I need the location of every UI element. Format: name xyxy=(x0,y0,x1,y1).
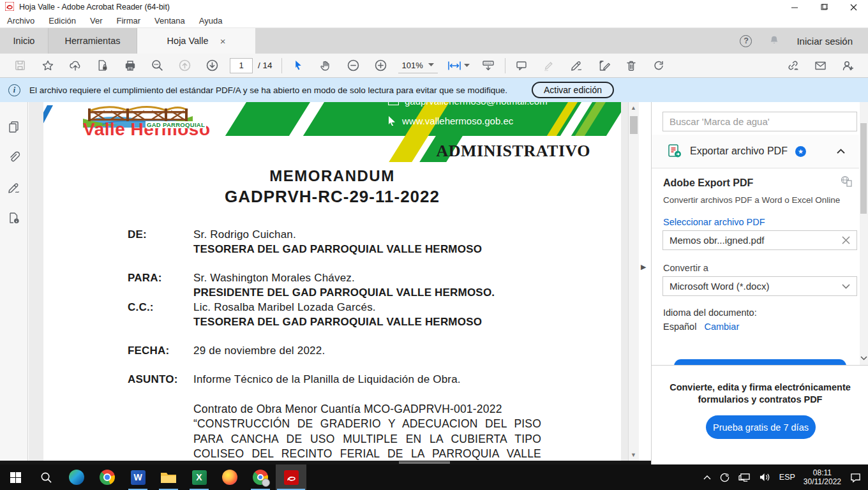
selected-file-field[interactable]: Memos obr...igned.pdf xyxy=(662,230,857,250)
memo-number: GADPRVH-RC-29-11-2022 xyxy=(43,187,621,207)
document-info-icon[interactable] xyxy=(7,211,21,228)
search-icon[interactable] xyxy=(144,59,171,72)
print-icon[interactable] xyxy=(116,59,144,72)
add-person-icon[interactable] xyxy=(834,59,862,72)
clock-time: 08:11 xyxy=(804,468,841,477)
tab-close-icon[interactable]: × xyxy=(220,36,226,47)
expand-right-panel-icon[interactable]: ▶ xyxy=(641,263,646,271)
banner-green-connector xyxy=(225,102,310,136)
tab-hoja-valle[interactable]: Hoja Valle × xyxy=(137,28,255,54)
menu-firmar[interactable]: Firmar xyxy=(110,16,148,26)
page-lock-icon[interactable] xyxy=(89,59,116,71)
taskbar-firefox-icon[interactable] xyxy=(214,464,245,490)
sidebar-scroll-down-icon[interactable] xyxy=(860,356,867,360)
comment-icon[interactable] xyxy=(508,59,535,72)
select-tool-icon[interactable] xyxy=(285,59,312,71)
minimize-button[interactable] xyxy=(780,0,809,14)
free-trial-button[interactable]: Prueba gratis de 7 días xyxy=(706,415,816,439)
tray-app-icon[interactable] xyxy=(719,472,730,483)
tab-herramientas[interactable]: Herramientas xyxy=(48,28,137,54)
presentation-mode-icon[interactable] xyxy=(475,59,502,72)
menu-ayuda[interactable]: Ayuda xyxy=(192,16,230,26)
format-value: Microsoft Word (*.docx) xyxy=(670,281,769,292)
export-pdf-row[interactable]: Exportar archivo PDF ★ xyxy=(652,135,859,168)
tab-bar: Inicio Herramientas Hoja Valle × ? Inici… xyxy=(0,28,868,54)
fit-width-icon[interactable] xyxy=(442,59,475,72)
attachments-icon[interactable] xyxy=(7,151,21,167)
zoom-in-icon[interactable] xyxy=(367,59,394,72)
menu-bar: Archivo Edición Ver Firmar Ventana Ayuda xyxy=(0,14,868,28)
help-icon[interactable]: ? xyxy=(740,35,752,47)
next-page-icon[interactable] xyxy=(198,59,226,72)
select-pdf-link[interactable]: Seleccionar archivo PDF xyxy=(663,217,765,227)
keyboard-language[interactable]: ESP xyxy=(779,473,795,482)
zoom-level-value: 101% xyxy=(402,61,423,70)
previous-page-icon[interactable] xyxy=(171,59,198,72)
enable-editing-button[interactable]: Activar edición xyxy=(532,82,614,98)
field-asunto-label: ASUNTO: xyxy=(128,373,178,386)
taskbar-chrome-icon[interactable] xyxy=(92,464,123,490)
menu-archivo[interactable]: Archivo xyxy=(0,16,41,26)
body-line: PARA CANCHA DE USO MULTIPLE EN LA CUBIER… xyxy=(193,433,541,447)
fill-sign-icon[interactable] xyxy=(590,59,618,72)
volume-icon[interactable] xyxy=(759,472,771,482)
document-pane[interactable]: gadprvallehermoso@hotmail.com www.valleh… xyxy=(29,102,628,461)
taskbar-word-icon[interactable]: W xyxy=(123,464,153,490)
chevron-down-icon xyxy=(842,284,850,289)
menu-edicion[interactable]: Edición xyxy=(41,16,83,26)
share-link-icon[interactable] xyxy=(779,59,807,72)
sign-in-link[interactable]: Iniciar sesión xyxy=(797,36,853,47)
close-button[interactable] xyxy=(839,0,868,14)
tray-chevron-up-icon[interactable] xyxy=(703,475,711,480)
change-language-link[interactable]: Cambiar xyxy=(704,322,739,332)
scroll-down-icon[interactable]: ▼ xyxy=(631,452,636,458)
left-panel-strip xyxy=(0,102,28,461)
sidebar-scrollbar-thumb[interactable] xyxy=(860,123,867,214)
taskbar-acrobat-icon[interactable] xyxy=(276,464,306,490)
page-thumbnails-icon[interactable] xyxy=(7,120,21,137)
taskbar-search-icon[interactable] xyxy=(31,464,61,490)
document-scrollbar[interactable]: ▲ ▼ xyxy=(628,102,639,461)
maximize-button[interactable] xyxy=(809,0,839,14)
format-dropdown[interactable]: Microsoft Word (*.docx) xyxy=(662,276,857,296)
save-icon[interactable] xyxy=(6,59,34,71)
network-icon[interactable] xyxy=(738,472,751,482)
hand-tool-icon[interactable] xyxy=(312,59,340,72)
email-icon[interactable] xyxy=(807,59,834,72)
convert-button-partial[interactable] xyxy=(674,359,846,365)
acrobat-window: Hoja Valle - Adobe Acrobat Reader (64-bi… xyxy=(0,0,868,490)
clear-file-icon[interactable] xyxy=(842,236,850,244)
delete-icon[interactable] xyxy=(618,59,645,72)
promo-text-line1: Convierte, edita y firma electrónicament… xyxy=(652,382,868,392)
cloud-upload-icon[interactable] xyxy=(61,59,89,72)
zoom-level-control[interactable]: 101% xyxy=(398,58,438,73)
search-tools-input[interactable] xyxy=(662,112,857,131)
chevron-up-icon[interactable] xyxy=(837,149,845,154)
star-icon[interactable] xyxy=(34,59,61,72)
page-total-label: / 14 xyxy=(258,61,273,70)
banner-email-row: gadprvallehermoso@hotmail.com xyxy=(388,102,548,107)
taskbar-edge-icon[interactable] xyxy=(61,464,92,490)
menu-ventana[interactable]: Ventana xyxy=(147,16,192,26)
windows-taskbar: W X ESP 08:11 30/11/2022 xyxy=(0,464,868,490)
menu-ver[interactable]: Ver xyxy=(83,16,110,26)
scroll-up-icon[interactable]: ▲ xyxy=(631,105,636,111)
taskbar-chrome-profile-icon[interactable] xyxy=(245,464,276,490)
highlight-icon[interactable] xyxy=(535,59,563,72)
rotate-icon[interactable] xyxy=(645,59,673,72)
taskbar-excel-icon[interactable]: X xyxy=(184,464,214,490)
horizontal-scrollbar-thumb[interactable] xyxy=(399,461,450,464)
page-number-input[interactable] xyxy=(230,58,253,73)
tab-inicio[interactable]: Inicio xyxy=(0,28,48,54)
signatures-icon[interactable] xyxy=(7,181,21,197)
start-button[interactable] xyxy=(0,464,31,490)
sidebar-scrollbar[interactable] xyxy=(860,102,868,365)
taskbar-explorer-icon[interactable] xyxy=(153,464,184,490)
zoom-out-icon[interactable] xyxy=(340,59,367,72)
field-cc-label: C.C.: xyxy=(128,301,154,314)
bell-icon[interactable] xyxy=(768,34,780,48)
sign-pen-icon[interactable] xyxy=(563,59,590,72)
scrollbar-thumb[interactable] xyxy=(630,116,638,134)
clock[interactable]: 08:11 30/11/2022 xyxy=(804,468,841,486)
action-center-icon[interactable] xyxy=(849,472,862,483)
